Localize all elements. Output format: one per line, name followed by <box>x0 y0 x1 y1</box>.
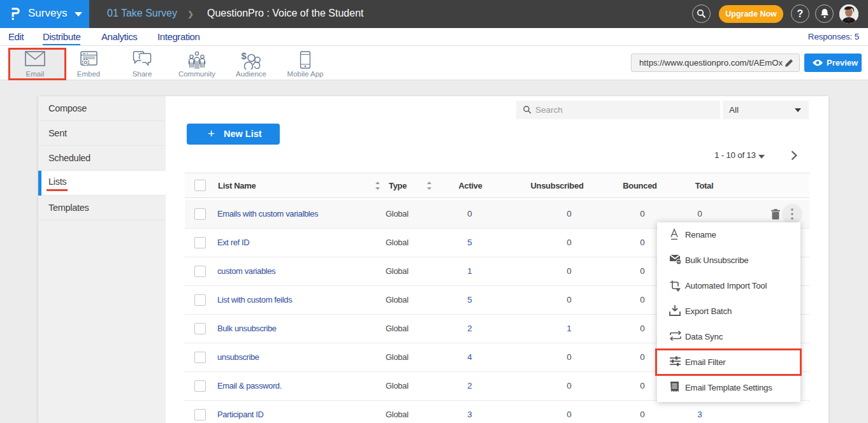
svg-text:$: $ <box>242 51 247 61</box>
